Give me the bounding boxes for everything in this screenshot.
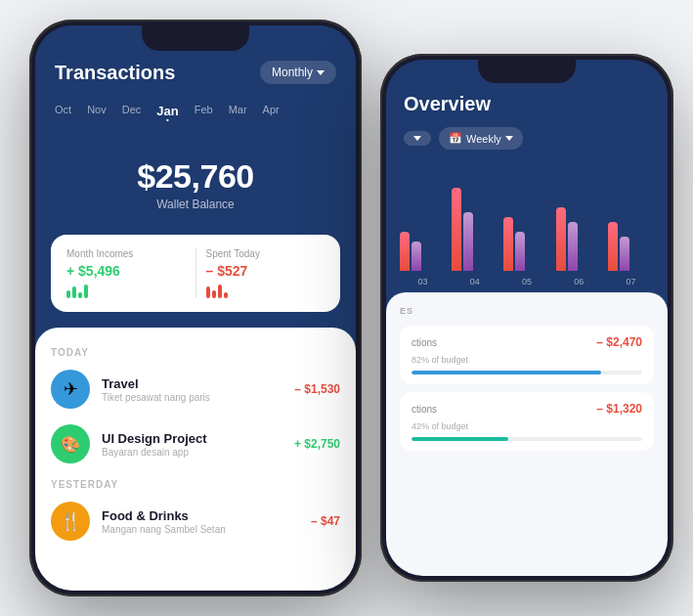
scene: Transactions Monthly Oct Nov Dec Jan Feb… bbox=[0, 0, 693, 616]
overview-row-2: ctions – $1,320 bbox=[411, 402, 642, 416]
label-06: 06 bbox=[556, 277, 602, 286]
monthly-label: Monthly bbox=[272, 66, 313, 79]
yesterday-label: YESTERDAY bbox=[51, 479, 340, 490]
stat-divider bbox=[195, 248, 196, 298]
calendar-icon: 📅 bbox=[449, 132, 462, 145]
tx-design-desc: Bayaran desain app bbox=[102, 447, 282, 458]
balance-amount: $25,760 bbox=[55, 157, 336, 196]
tx-food-amount: – $47 bbox=[311, 514, 340, 528]
bar-group-07 bbox=[608, 222, 654, 271]
weekly-label: Weekly bbox=[466, 133, 501, 145]
right-notch bbox=[478, 60, 576, 83]
tx-travel: ✈ Travel Tiket pesawat nang paris – $1,5… bbox=[51, 370, 340, 409]
bar-04-purple bbox=[463, 212, 473, 271]
today-label: TODAY bbox=[51, 347, 340, 358]
weekly-dropdown[interactable]: 📅 Weekly bbox=[439, 127, 523, 150]
progress-fill-1 bbox=[411, 371, 601, 374]
month-nav: Oct Nov Dec Jan Feb Mar Apr bbox=[55, 98, 336, 122]
bar-group-06 bbox=[556, 207, 602, 271]
bar2 bbox=[72, 286, 76, 298]
overview-cat-2: ctions bbox=[411, 404, 437, 415]
income-value: + $5,496 bbox=[66, 263, 186, 279]
progress-bar-1 bbox=[411, 371, 642, 374]
sbar2 bbox=[212, 290, 216, 298]
sbar1 bbox=[206, 286, 210, 298]
chart-labels: 03 04 05 06 07 bbox=[400, 277, 654, 286]
label-05: 05 bbox=[503, 277, 549, 286]
bar-05-purple bbox=[515, 232, 525, 271]
ctrl-dropdown1[interactable] bbox=[404, 131, 431, 146]
chart-bars bbox=[400, 173, 654, 271]
overview-pct-1: 82% of budget bbox=[411, 355, 468, 365]
spent-label: Spent Today bbox=[206, 248, 325, 259]
overview-item-1: ctions – $2,470 82% of budget bbox=[400, 326, 654, 384]
overview-title: Overview bbox=[404, 93, 650, 115]
left-notch bbox=[142, 25, 249, 51]
tx-travel-icon: ✈ bbox=[51, 370, 90, 409]
sbar3 bbox=[218, 285, 222, 298]
bar-05-red bbox=[503, 217, 513, 271]
bar-03-red bbox=[400, 232, 410, 271]
bar-06-purple bbox=[568, 222, 578, 271]
bar-06-red bbox=[556, 207, 566, 271]
bar4 bbox=[84, 285, 88, 298]
income-label: Month Incomes bbox=[66, 248, 186, 259]
spent-stat: Spent Today – $527 bbox=[206, 248, 325, 298]
tx-travel-info: Travel Tiket pesawat nang paris bbox=[102, 376, 282, 403]
tx-food-info: Food & Drinks Mangan nang Sambel Setan bbox=[102, 508, 299, 535]
overview-section-label: ES bbox=[400, 306, 654, 316]
overview-item-2: ctions – $1,320 42% of budget bbox=[400, 392, 654, 451]
tx-design-info: UI Design Project Bayaran desain app bbox=[102, 431, 282, 458]
right-phone: Overview 📅 Weekly bbox=[380, 54, 673, 582]
overview-cat-1: ctions bbox=[411, 337, 437, 348]
label-03: 03 bbox=[400, 277, 446, 286]
chevron-down-icon bbox=[317, 70, 325, 75]
left-phone: Transactions Monthly Oct Nov Dec Jan Feb… bbox=[29, 20, 362, 596]
overview-controls: 📅 Weekly bbox=[404, 127, 650, 150]
spent-bars bbox=[206, 283, 325, 298]
label-04: 04 bbox=[452, 277, 498, 286]
tx-design-amount: + $2,750 bbox=[294, 437, 340, 451]
chart-area: 03 04 05 06 07 bbox=[386, 163, 668, 292]
month-apr[interactable]: Apr bbox=[263, 104, 280, 118]
bar-group-03 bbox=[400, 232, 446, 271]
overview-row-1: ctions – $2,470 bbox=[411, 335, 642, 349]
tx-design: 🎨 UI Design Project Bayaran desain app +… bbox=[51, 424, 340, 463]
month-nov[interactable]: Nov bbox=[87, 104, 107, 118]
monthly-dropdown[interactable]: Monthly bbox=[260, 61, 336, 84]
month-mar[interactable]: Mar bbox=[229, 104, 247, 118]
bar-04-red bbox=[452, 188, 461, 271]
bar1 bbox=[66, 290, 70, 298]
progress-fill-2 bbox=[411, 437, 508, 441]
bar3 bbox=[78, 292, 82, 298]
tx-travel-desc: Tiket pesawat nang paris bbox=[102, 392, 282, 403]
right-bottom: ES ctions – $2,470 82% of budget bbox=[386, 292, 668, 576]
bar-07-red bbox=[608, 222, 618, 271]
balance-label: Wallet Balance bbox=[55, 198, 336, 211]
tx-design-name: UI Design Project bbox=[102, 431, 282, 446]
income-stat: Month Incomes + $5,496 bbox=[66, 248, 186, 298]
stats-card: Month Incomes + $5,496 Spent Today – $52… bbox=[51, 235, 340, 312]
tx-food-icon: 🍴 bbox=[51, 502, 90, 541]
transactions-section: TODAY ✈ Travel Tiket pesawat nang paris … bbox=[35, 328, 356, 591]
sbar4 bbox=[224, 292, 228, 298]
bar-03-purple bbox=[411, 242, 421, 271]
tx-travel-amount: – $1,530 bbox=[294, 382, 340, 396]
spent-value: – $527 bbox=[206, 263, 325, 279]
bar-group-05 bbox=[503, 217, 549, 271]
overview-pct-2: 42% of budget bbox=[411, 421, 468, 431]
overview-amount-2: – $1,320 bbox=[596, 402, 642, 416]
tx-food: 🍴 Food & Drinks Mangan nang Sambel Setan… bbox=[51, 502, 340, 541]
bar-07-purple bbox=[620, 237, 629, 271]
tx-design-icon: 🎨 bbox=[51, 424, 90, 463]
month-dec[interactable]: Dec bbox=[122, 104, 142, 118]
tx-food-name: Food & Drinks bbox=[102, 508, 299, 523]
balance-section: $25,760 Wallet Balance bbox=[35, 138, 356, 235]
month-jan[interactable]: Jan bbox=[156, 104, 178, 118]
month-feb[interactable]: Feb bbox=[195, 104, 213, 118]
chevron-down-icon bbox=[413, 136, 421, 141]
tx-food-desc: Mangan nang Sambel Setan bbox=[102, 524, 299, 535]
tx-travel-name: Travel bbox=[102, 376, 282, 391]
month-oct[interactable]: Oct bbox=[55, 104, 71, 118]
overview-amount-1: – $2,470 bbox=[596, 335, 642, 349]
